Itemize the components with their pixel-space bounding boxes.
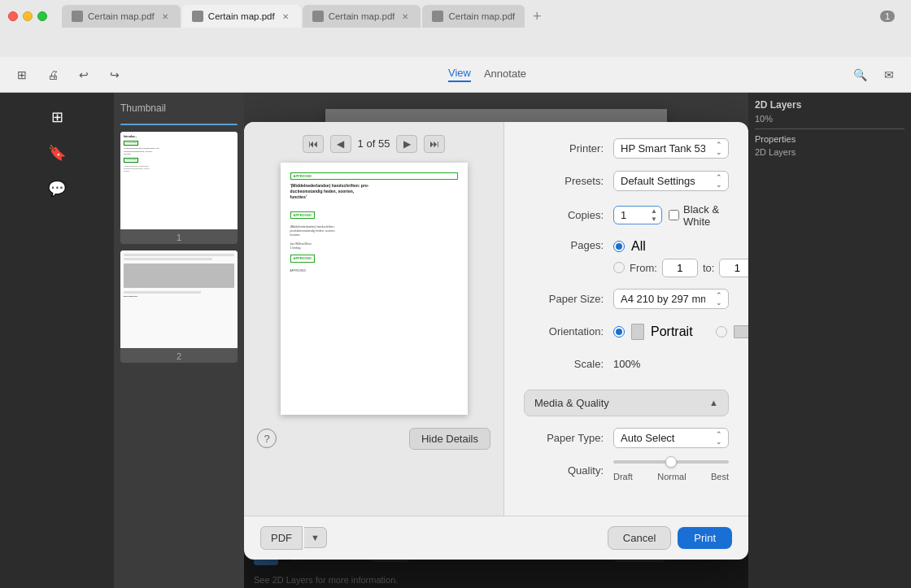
portrait-label: Portrait [651, 324, 693, 339]
presets-control: Default Settings [613, 171, 729, 191]
tab-favicon-4 [432, 11, 443, 22]
help-button[interactable]: ? [257, 429, 277, 448]
tabs-row: Certain map.pdf ✕ Certain map.pdf ✕ Cert… [54, 5, 903, 28]
presets-label: Presets: [524, 175, 613, 187]
quality-labels: Draft Normal Best [613, 472, 729, 481]
title-bar: Certain map.pdf ✕ Certain map.pdf ✕ Cert… [0, 0, 911, 29]
quality-slider-track[interactable] [613, 460, 729, 464]
quality-best-label: Best [711, 472, 729, 481]
quality-label: Quality: [524, 464, 613, 477]
redo-button[interactable]: ↪ [102, 65, 127, 85]
right-panel-2d-layers: 2D Layers [755, 147, 904, 157]
copies-increment-button[interactable]: ▲ [648, 207, 660, 216]
thumbnail-panel-header: Thumbnail [120, 99, 238, 117]
toolbar-row: ⊞ 🖨 ↩ ↪ View Annotate 🔍 ✉ [0, 57, 911, 93]
pages-row: Pages: All From: [524, 239, 729, 277]
undo-button[interactable]: ↩ [72, 65, 96, 85]
paper-type-select-wrapper: Auto Select [613, 428, 729, 448]
browser-chrome: Certain map.pdf ✕ Certain map.pdf ✕ Cert… [0, 0, 911, 57]
pages-from-row: From: to: [613, 259, 748, 277]
paper-type-row: Paper Type: Auto Select [524, 428, 729, 449]
thumbnail-item-2[interactable]: Who uses bla... 2 [120, 250, 238, 363]
printer-row: Printer: HP Smart Tank 530 series [524, 138, 729, 159]
sidebar-toggle-button[interactable]: ⊞ [10, 65, 34, 85]
browser-tab-4[interactable]: Certain map.pdf [422, 5, 525, 28]
minimize-window-button[interactable] [23, 11, 33, 21]
tab-close-3[interactable]: ✕ [399, 11, 411, 22]
presets-select-wrapper: Default Settings [613, 171, 729, 191]
printer-select-wrapper: HP Smart Tank 530 series [613, 138, 729, 159]
quality-control: Draft Normal Best [613, 460, 729, 481]
print-preview-nav: ⏮ ◀ 1 of 55 ▶ ⏭ [303, 135, 446, 153]
app-content: ⊞ 🔖 💬 Thumbnail Introduc... APPROVED (Mi… [0, 93, 911, 588]
tab-title-3: Certain map.pdf [329, 11, 395, 21]
quality-slider-thumb[interactable] [665, 456, 677, 468]
media-quality-arrow: ▲ [709, 398, 718, 407]
pdf-btn-wrapper: PDF ▼ [260, 526, 327, 550]
printer-select[interactable]: HP Smart Tank 530 series [613, 138, 729, 159]
preview-prev-page-button[interactable]: ◀ [330, 135, 351, 153]
bw-checkbox[interactable] [669, 210, 679, 220]
pages-all-row: All [613, 239, 748, 254]
maximize-window-button[interactable] [37, 11, 47, 21]
scale-value: 100% [613, 358, 640, 370]
mail-button[interactable]: ✉ [877, 65, 901, 85]
preview-last-page-button[interactable]: ⏭ [424, 135, 445, 153]
sidebar-icon-bookmark[interactable]: 🔖 [41, 137, 73, 169]
presets-row: Presets: Default Settings [524, 171, 729, 192]
right-panel-layers-label: 2D Layers [755, 99, 904, 111]
print-button[interactable]: Print [678, 527, 732, 549]
tab-favicon-3 [312, 11, 324, 22]
media-quality-section[interactable]: Media & Quality ▲ [524, 390, 729, 416]
pages-from-input[interactable] [662, 259, 698, 277]
paper-type-select[interactable]: Auto Select [613, 428, 729, 448]
pages-all-radio[interactable] [613, 241, 625, 252]
view-tab[interactable]: View [448, 67, 471, 82]
sidebar-icon-grid[interactable]: ⊞ [41, 101, 73, 133]
tab-title-1: Certain map.pdf [88, 11, 155, 21]
browser-tab-1[interactable]: Certain map.pdf ✕ [62, 5, 181, 28]
pdf-main: Properties 2D Layers ↖ ✋ ⊡ − 100% + ⏮ ◀ … [244, 93, 748, 588]
copies-control: ▲ ▼ Black & White [613, 203, 729, 228]
copies-decrement-button[interactable]: ▼ [648, 216, 660, 224]
preview-first-page-button[interactable]: ⏮ [303, 135, 324, 153]
scale-control: 100% [613, 358, 729, 370]
orientation-label: Orientation: [524, 325, 613, 338]
preview-next-page-button[interactable]: ▶ [396, 135, 417, 153]
pages-options: All From: to: [613, 239, 748, 277]
pdf-dropdown-button[interactable]: ▼ [304, 527, 327, 548]
landscape-radio[interactable] [716, 326, 727, 338]
quality-row: Quality: Draft Normal Best [524, 460, 729, 481]
browser-tab-2[interactable]: Certain map.pdf ✕ [182, 5, 301, 28]
print-dialog: ⏮ ◀ 1 of 55 ▶ ⏭ APPROVED [244, 122, 748, 560]
pages-to-input[interactable] [719, 259, 748, 277]
annotate-tab[interactable]: Annotate [484, 68, 526, 81]
tab-close-1[interactable]: ✕ [159, 11, 171, 22]
orientation-control: Portrait Landscape [613, 324, 748, 340]
sidebar: ⊞ 🔖 💬 [0, 93, 114, 588]
new-tab-button[interactable]: + [526, 6, 547, 27]
thumbnail-image-1: Introduc... APPROVED (Middelnederlandse)… [120, 132, 238, 229]
cancel-button[interactable]: Cancel [608, 526, 671, 550]
pages-range-radio[interactable] [613, 262, 625, 273]
pdf-button[interactable]: PDF [260, 526, 303, 550]
close-window-button[interactable] [8, 11, 18, 21]
quality-draft-label: Draft [613, 472, 633, 481]
paper-type-control: Auto Select [613, 428, 729, 448]
presets-select[interactable]: Default Settings [613, 171, 729, 191]
thumbnail-item-1[interactable]: Introduc... APPROVED (Middelnederlandse)… [120, 132, 238, 244]
paper-size-select-wrapper: A4 210 by 297 mm [613, 289, 729, 309]
thumbnail-image-2: Who uses bla... [120, 250, 238, 348]
sidebar-icon-comment[interactable]: 💬 [41, 172, 73, 205]
tab-close-2[interactable]: ✕ [280, 11, 291, 22]
portrait-radio[interactable] [613, 326, 625, 338]
paper-size-select[interactable]: A4 210 by 297 mm [613, 289, 729, 309]
browser-tab-3[interactable]: Certain map.pdf ✕ [303, 5, 421, 28]
hide-details-button[interactable]: Hide Details [409, 428, 490, 450]
toolbar-right: 🔍 ✉ [848, 65, 901, 85]
printer-label: Printer: [524, 142, 613, 155]
tab-count-badge: 1 [880, 11, 895, 22]
search-button[interactable]: 🔍 [848, 65, 872, 85]
print-preview-panel: ⏮ ◀ 1 of 55 ▶ ⏭ APPROVED [244, 122, 504, 516]
print-button[interactable]: 🖨 [41, 65, 65, 85]
